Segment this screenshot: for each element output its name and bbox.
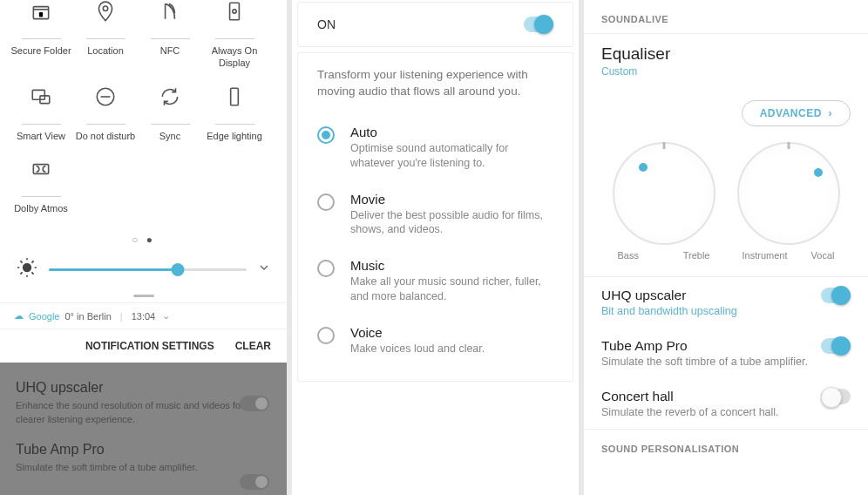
instrument-label: Instrument bbox=[743, 250, 788, 261]
uhq-title: UHQ upscaler bbox=[16, 380, 271, 396]
bass-label: Bass bbox=[618, 250, 639, 261]
setting-toggle[interactable] bbox=[821, 389, 851, 404]
dolby-icon bbox=[30, 158, 52, 180]
qs-tile-folder-lock[interactable]: Secure Folder bbox=[9, 0, 73, 85]
radio-icon bbox=[317, 260, 335, 277]
chevron-down-icon[interactable]: ⌄ bbox=[162, 310, 170, 322]
setting-text[interactable]: Tube Amp Pro Simulate the soft timbre of… bbox=[601, 338, 808, 368]
radio-icon bbox=[317, 126, 335, 144]
radio-icon bbox=[317, 193, 335, 211]
edge-icon bbox=[223, 85, 246, 108]
qs-tile-nfc[interactable]: NFC bbox=[138, 0, 202, 85]
bass-treble-dial[interactable] bbox=[613, 142, 715, 245]
clear-button[interactable]: CLEAR bbox=[235, 340, 271, 352]
equaliser-panel: SOUNDALIVE Equaliser Custom ADVANCED › B… bbox=[584, 0, 868, 495]
option-title: Auto bbox=[350, 125, 553, 139]
sound-option-voice[interactable]: Voice Make voices loud and clear. bbox=[317, 315, 553, 367]
smart-view-icon bbox=[30, 85, 52, 108]
weather-text: 0° in Berlin bbox=[64, 311, 111, 322]
setting-toggle[interactable] bbox=[821, 288, 851, 303]
svg-point-2 bbox=[103, 6, 107, 10]
quick-settings-panel: Secure FolderLocationNFCAlways On Displa… bbox=[0, 0, 287, 495]
setting-title: Tube Amp Pro bbox=[601, 338, 808, 354]
instrument-vocal-dial[interactable] bbox=[737, 142, 840, 245]
sound-option-movie[interactable]: Movie Deliver the best possible audio fo… bbox=[317, 181, 553, 248]
drag-handle[interactable] bbox=[133, 295, 154, 297]
aod-icon bbox=[223, 0, 246, 23]
option-title: Voice bbox=[350, 325, 553, 340]
tube-toggle-disabled bbox=[240, 474, 269, 490]
setting-text[interactable]: UHQ upscaler Bit and bandwidth upscaling bbox=[601, 288, 737, 317]
quick-settings-grid: Secure FolderLocationNFCAlways On Displa… bbox=[0, 0, 287, 230]
setting-text[interactable]: Concert hall Simulate the reverb of a co… bbox=[601, 389, 779, 418]
qs-tile-dnd[interactable]: Do not disturb bbox=[73, 85, 138, 158]
sound-options: Transform your listening experience with… bbox=[297, 52, 573, 382]
section-personalisation: SOUND PERSONALISATION bbox=[601, 430, 851, 463]
setting-concert-hall: Concert hall Simulate the reverb of a co… bbox=[601, 378, 851, 429]
nfc-icon bbox=[159, 0, 181, 23]
brightness-slider[interactable] bbox=[49, 268, 247, 271]
section-soundalive: SOUNDALIVE bbox=[601, 0, 851, 33]
qs-tile-aod[interactable]: Always On Display bbox=[202, 0, 267, 85]
uhq-subtitle: Enhance the sound resolution of music an… bbox=[16, 399, 271, 426]
qs-tile-label: Location bbox=[87, 44, 124, 57]
master-switch-row: ON bbox=[297, 2, 573, 47]
dnd-icon bbox=[94, 85, 117, 108]
qs-tile-dolby[interactable]: Dolby Atmos bbox=[9, 158, 73, 230]
option-title: Music bbox=[350, 258, 553, 273]
chevron-down-icon[interactable] bbox=[257, 261, 271, 278]
setting-subtitle: Simulate the soft timbre of a tube ampli… bbox=[601, 356, 808, 368]
on-label: ON bbox=[317, 17, 336, 31]
vocal-label: Vocal bbox=[811, 250, 835, 261]
sound-option-music[interactable]: Music Make all your music sound richer, … bbox=[317, 248, 553, 315]
qs-tile-label: Edge lighting bbox=[207, 130, 262, 142]
time-text: 13:04 bbox=[132, 311, 156, 322]
qs-tile-label: Do not disturb bbox=[76, 130, 135, 142]
uhq-toggle-disabled bbox=[240, 396, 269, 411]
qs-tile-smart-view[interactable]: Smart View bbox=[9, 85, 73, 158]
setting-subtitle: Bit and bandwidth upscaling bbox=[601, 305, 737, 317]
option-desc: Optimise sound automatically for whateve… bbox=[350, 141, 553, 171]
radio-icon bbox=[317, 327, 335, 344]
qs-tile-label: Always On Display bbox=[202, 44, 267, 70]
notification-bar: NOTIFICATION SETTINGS CLEAR bbox=[0, 329, 287, 363]
qs-tile-label: NFC bbox=[160, 44, 180, 57]
tube-title: Tube Amp Pro bbox=[16, 442, 271, 458]
svg-rect-1 bbox=[39, 12, 43, 17]
qs-tile-sync[interactable]: Sync bbox=[138, 85, 202, 158]
qs-tile-location[interactable]: Location bbox=[73, 0, 138, 85]
intro-text: Transform your listening experience with… bbox=[317, 67, 553, 100]
notification-settings-button[interactable]: NOTIFICATION SETTINGS bbox=[85, 340, 214, 352]
brightness-row bbox=[0, 249, 287, 289]
setting-toggle[interactable] bbox=[821, 338, 851, 354]
setting-uhq-upscaler: UHQ upscaler Bit and bandwidth upscaling bbox=[601, 277, 851, 328]
qs-tile-edge[interactable]: Edge lighting bbox=[202, 85, 267, 158]
tube-subtitle: Simulate the soft timbre of a tube ampli… bbox=[16, 461, 271, 474]
location-icon bbox=[94, 0, 117, 23]
option-title: Movie bbox=[350, 192, 553, 207]
equaliser-title[interactable]: Equaliser bbox=[601, 44, 851, 64]
setting-title: Concert hall bbox=[601, 389, 779, 404]
svg-rect-5 bbox=[32, 90, 44, 99]
setting-title: UHQ upscaler bbox=[601, 288, 737, 303]
dimmed-background: UHQ upscaler Enhance the sound resolutio… bbox=[0, 363, 287, 495]
svg-point-4 bbox=[233, 10, 236, 13]
google-label[interactable]: Google bbox=[29, 311, 59, 322]
brightness-icon bbox=[16, 256, 38, 282]
option-desc: Deliver the best possible audio for film… bbox=[350, 208, 553, 238]
sound-option-auto[interactable]: Auto Optimise sound automatically for wh… bbox=[317, 114, 553, 181]
qs-tile-label: Sync bbox=[159, 130, 180, 142]
equaliser-subtitle: Custom bbox=[601, 65, 851, 78]
status-row: ☁ Google 0° in Berlin | 13:04 ⌄ bbox=[0, 302, 287, 329]
divider: | bbox=[120, 311, 123, 322]
setting-subtitle: Simulate the reverb of a concert hall. bbox=[601, 406, 779, 418]
svg-rect-8 bbox=[231, 88, 239, 105]
folder-lock-icon bbox=[30, 0, 52, 23]
qs-tile-label: Dolby Atmos bbox=[14, 202, 68, 214]
advanced-button[interactable]: ADVANCED › bbox=[742, 100, 851, 126]
svg-rect-3 bbox=[230, 3, 240, 20]
cloud-icon: ☁ bbox=[14, 310, 24, 322]
svg-rect-9 bbox=[33, 164, 48, 173]
master-toggle[interactable] bbox=[524, 17, 553, 32]
option-desc: Make all your music sound richer, fuller… bbox=[350, 275, 553, 304]
